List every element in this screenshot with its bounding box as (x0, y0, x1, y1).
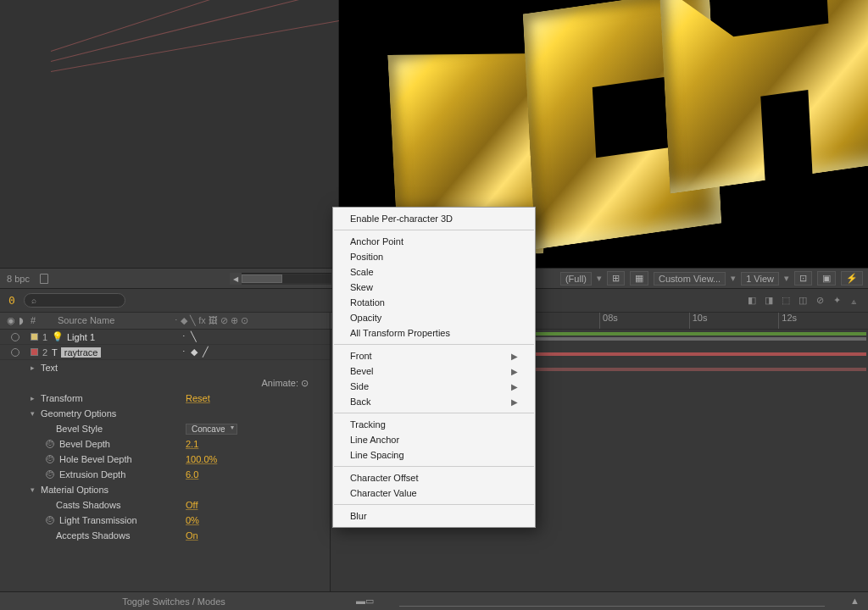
menu-item-all-transform-properties[interactable]: All Transform Properties (333, 325, 535, 341)
project-panel[interactable]: 8 bpc ◀ (0, 0, 339, 288)
visibility-icon[interactable] (11, 333, 19, 341)
shy-icon[interactable]: ⬚ (780, 295, 792, 307)
resolution-dropdown[interactable]: (Full) (560, 272, 592, 286)
source-name-column[interactable]: Source Name (44, 315, 170, 326)
ruler-tick: 12s (778, 313, 868, 329)
fast-preview-icon[interactable]: ⚡ (841, 271, 863, 286)
menu-item-blur[interactable]: Blur (333, 508, 535, 524)
menu-item-rotation[interactable]: Rotation (333, 295, 535, 310)
chevron-right-icon: ▶ (511, 397, 518, 407)
av-column-icon: ◉ ◗ (0, 315, 31, 326)
chevron-right-icon: ▶ (511, 352, 518, 361)
brainstorm-icon[interactable]: ✦ (831, 295, 843, 307)
property-material[interactable]: ▾Material Options (0, 482, 330, 497)
property-extrusion: ⏱Extrusion Depth6.0 (0, 467, 330, 482)
scroll-thumb[interactable] (242, 274, 282, 283)
menu-item-bevel[interactable]: Bevel▶ (333, 363, 535, 379)
menu-item-position[interactable]: Position (333, 249, 535, 264)
menu-item-front[interactable]: Front▶ (333, 348, 535, 363)
accepts-shadows-value[interactable]: On (186, 530, 330, 541)
menu-item-back[interactable]: Back▶ (333, 394, 535, 409)
draft-3d-icon[interactable]: ◨ (763, 295, 775, 307)
property-geometry[interactable]: ▾Geometry Options (0, 406, 330, 421)
visibility-icon[interactable] (11, 348, 19, 357)
color-label[interactable] (31, 333, 38, 341)
column-header: ◉ ◗ # Source Name ⋅ ◆ ╲ fx 🖽 ⊘ ⊕ ⊙ (0, 313, 330, 330)
menu-item-character-offset[interactable]: Character Offset (333, 470, 535, 485)
menu-item-enable-per-character-3d[interactable]: Enable Per-character 3D (333, 211, 535, 226)
menu-item-side[interactable]: Side▶ (333, 379, 535, 394)
comp-mini-flowchart-icon[interactable]: ◧ (746, 295, 758, 307)
property-transform[interactable]: ▸TransformReset (0, 391, 330, 406)
extrusion-value[interactable]: 6.0 (186, 469, 330, 480)
timeline-footer: Toggle Switches / Modes ▬▭ ▲ (0, 591, 868, 610)
layer-row-text[interactable]: 2 Traytrace ⋅◆╱ (0, 345, 330, 360)
menu-item-character-value[interactable]: Character Value (333, 485, 535, 501)
ruler-tick: 08s (599, 313, 689, 329)
menu-item-line-anchor[interactable]: Line Anchor (333, 432, 535, 447)
mask-icon[interactable]: ▦ (630, 271, 648, 286)
zoom-out-icon[interactable]: ▬▭ (356, 596, 374, 607)
camera-rays (51, 51, 305, 136)
property-bevel-style: Bevel StyleConcave (0, 421, 330, 436)
property-hole-bevel: ⏱Hole Bevel Depth100.0% (0, 452, 330, 467)
current-time[interactable]: 0 (8, 294, 15, 307)
stopwatch-icon[interactable]: ⏱ (46, 440, 54, 448)
view-option-icon[interactable]: ⊡ (794, 271, 812, 286)
bevel-style-dropdown[interactable]: Concave (186, 424, 237, 435)
layer-name: raytrace (61, 347, 102, 358)
bpc-indicator[interactable]: 8 bpc (7, 274, 30, 284)
layer-name: Light 1 (67, 332, 95, 342)
property-casts-shadows: Casts ShadowsOff (0, 497, 330, 513)
layer-panel: ◉ ◗ # Source Name ⋅ ◆ ╲ fx 🖽 ⊘ ⊕ ⊙ 1 💡Li… (0, 313, 331, 591)
layer-row-light[interactable]: 1 💡Light 1 ⋅╲ (0, 330, 330, 345)
num-column: # (31, 315, 44, 326)
layer-index: 1 (38, 332, 52, 342)
chevron-right-icon: ▶ (511, 367, 518, 376)
motion-blur-icon[interactable]: ⊘ (814, 295, 826, 307)
view-count-dropdown[interactable]: 1 View (741, 272, 779, 286)
chevron-right-icon: ▶ (511, 382, 518, 391)
ruler-tick: 10s (689, 313, 779, 329)
menu-item-opacity[interactable]: Opacity (333, 310, 535, 325)
zoom-slider[interactable] (399, 596, 825, 607)
menu-item-scale[interactable]: Scale (333, 264, 535, 280)
property-bevel-depth: ⏱Bevel Depth2.1 (0, 436, 330, 452)
hole-bevel-value[interactable]: 100.0% (186, 454, 330, 464)
stopwatch-icon[interactable]: ⏱ (46, 455, 54, 463)
scroll-left-icon[interactable]: ◀ (230, 273, 242, 285)
search-input[interactable]: ⌕ (24, 293, 125, 308)
property-accepts-shadows: Accepts ShadowsOn (0, 528, 330, 543)
toggle-switches-button[interactable]: Toggle Switches / Modes (8, 596, 339, 607)
grid-icon[interactable]: ⊞ (607, 271, 625, 286)
light-transmission-value[interactable]: 0% (186, 515, 330, 525)
casts-shadows-value[interactable]: Off (186, 500, 330, 510)
zoom-in-icon[interactable]: ▲ (850, 596, 860, 607)
reset-link[interactable]: Reset (186, 393, 330, 403)
menu-item-skew[interactable]: Skew (333, 280, 535, 295)
trash-icon[interactable] (40, 274, 48, 284)
stopwatch-icon[interactable]: ⏱ (46, 516, 54, 524)
menu-item-tracking[interactable]: Tracking (333, 417, 535, 432)
stopwatch-icon[interactable]: ⏱ (46, 470, 54, 479)
menu-item-line-spacing[interactable]: Line Spacing (333, 447, 535, 463)
layer-index: 2 (38, 347, 52, 358)
pixel-aspect-icon[interactable]: ▣ (817, 271, 836, 286)
animate-context-menu: Enable Per-character 3DAnchor PointPosit… (332, 207, 536, 528)
frame-blend-icon[interactable]: ◫ (797, 295, 809, 307)
project-footer: 8 bpc ◀ (0, 268, 338, 288)
graph-editor-icon[interactable]: ⟁ (848, 295, 860, 307)
menu-item-anchor-point[interactable]: Anchor Point (333, 234, 535, 249)
property-light-transmission: ⏱Light Transmission0% (0, 513, 330, 528)
bevel-depth-value[interactable]: 2.1 (186, 439, 330, 449)
property-text[interactable]: ▸Text (0, 360, 330, 375)
color-label[interactable] (31, 348, 38, 356)
light-icon: 💡 (52, 331, 64, 342)
text-layer-icon: T (52, 347, 58, 358)
view-mode-dropdown[interactable]: Custom View... (654, 272, 726, 286)
switches-column: ⋅ ◆ ╲ fx 🖽 ⊘ ⊕ ⊙ (170, 315, 330, 326)
animate-menu-button[interactable]: Animate: ⊙ (0, 375, 314, 391)
